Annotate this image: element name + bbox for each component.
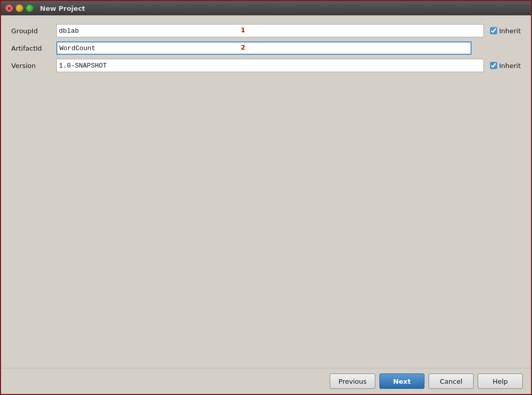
title-bar-buttons: ✕ <box>5 4 34 12</box>
version-inherit-label: Inherit <box>499 62 521 70</box>
title-bar: ✕ New Project <box>1 1 531 15</box>
window-title: New Project <box>40 5 85 12</box>
next-button[interactable]: Next <box>379 374 424 389</box>
version-label: Version <box>11 62 52 70</box>
button-bar: Previous Next Cancel Help <box>1 368 531 394</box>
close-icon: ✕ <box>7 6 11 11</box>
groupid-label: GroupId <box>11 27 52 35</box>
form-area: GroupId 1 Inherit ArtifactId 2 <box>11 24 521 73</box>
artifactid-input[interactable] <box>56 41 472 55</box>
main-window: ✕ New Project GroupId 1 Inherit <box>0 0 532 395</box>
artifactid-label: ArtifactId <box>11 45 52 52</box>
version-row: Version Inherit <box>11 58 521 73</box>
version-input[interactable] <box>56 59 484 72</box>
groupid-inherit-container: Inherit <box>490 27 521 35</box>
artifactid-row: ArtifactId 2 <box>11 41 521 55</box>
groupid-input[interactable] <box>56 24 484 37</box>
cancel-button[interactable]: Cancel <box>429 374 474 389</box>
groupid-inherit-label: Inherit <box>499 27 521 35</box>
help-button[interactable]: Help <box>478 374 523 389</box>
version-inherit-checkbox[interactable] <box>490 62 497 69</box>
groupid-inherit-checkbox[interactable] <box>490 27 497 34</box>
content-area: GroupId 1 Inherit ArtifactId 2 <box>1 15 531 368</box>
maximize-button[interactable] <box>26 4 34 12</box>
close-button[interactable]: ✕ <box>5 4 13 12</box>
minimize-button[interactable] <box>15 4 24 12</box>
groupid-row: GroupId 1 Inherit <box>11 24 521 38</box>
previous-button[interactable]: Previous <box>330 374 375 389</box>
version-inherit-container: Inherit <box>490 62 521 70</box>
